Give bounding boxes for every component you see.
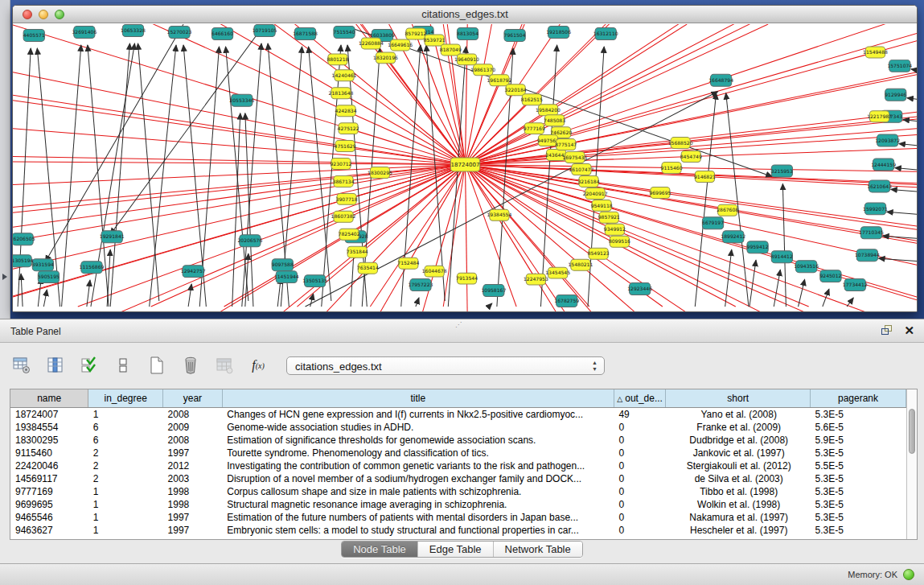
table-row[interactable]: 1938455462009Genome-wide association stu… (10, 421, 906, 434)
column-header-outde[interactable]: △out_de... (614, 389, 666, 407)
table-cell[interactable]: Tibbo et al. (1998) (666, 485, 811, 498)
collapse-arrow-icon[interactable] (2, 274, 7, 280)
table-cell[interactable]: 5.3E-5 (810, 511, 906, 524)
graph-node[interactable]: 13505135 (302, 275, 327, 287)
table-cell[interactable]: Disruption of a novel member of a sodium… (222, 472, 614, 485)
table-row[interactable]: 1456911722003Disruption of a novel membe… (10, 472, 906, 485)
close-panel-icon[interactable]: ✕ (904, 325, 914, 336)
table-cell[interactable]: 1 (88, 498, 163, 511)
table-cell[interactable]: 0 (614, 421, 666, 434)
table-cell[interactable]: 22420046 (10, 459, 88, 472)
graph-node[interactable]: 18320196 (373, 52, 398, 64)
table-cell[interactable]: 5.9E-5 (810, 434, 906, 447)
graph-node[interactable]: 9245012 (819, 270, 841, 282)
table-cell[interactable]: Wolkin et al. (1998) (666, 498, 811, 511)
graph-node[interactable]: 13454545 (545, 267, 570, 278)
graph-node[interactable]: 20553346 (229, 94, 254, 106)
delete-table-icon[interactable] (180, 355, 201, 376)
graph-node[interactable]: 12923446 (627, 283, 652, 295)
graph-node[interactable]: 7825402 (339, 229, 360, 240)
graph-node[interactable]: 3867134 (333, 175, 355, 187)
table-cell[interactable]: Structural magnetic resonance image aver… (222, 498, 614, 511)
graph-node[interactable]: 15270023 (167, 26, 192, 38)
table-cell[interactable]: Nakamura et al. (1997) (666, 511, 811, 524)
graph-node[interactable]: 4242834 (335, 105, 357, 117)
graph-node[interactable]: 12942757 (181, 266, 206, 278)
graph-node[interactable]: 8775147 (555, 139, 577, 150)
graph-node[interactable]: 7152484 (397, 257, 419, 269)
graph-node[interactable]: 17957223 (409, 279, 433, 291)
table-cell[interactable]: Investigating the contribution of common… (222, 459, 614, 472)
column-header-title[interactable]: title (222, 389, 614, 407)
left-collapse-strip[interactable] (0, 0, 10, 319)
table-cell[interactable]: Dudbridge et al. (2008) (666, 434, 811, 447)
table-cell[interactable]: 0 (614, 524, 666, 537)
graph-node[interactable]: 12217987 (867, 111, 892, 122)
graph-node[interactable]: 3907718 (336, 193, 358, 204)
graph-node[interactable]: 3220184 (505, 84, 527, 96)
graph-node[interactable]: 16107477 (569, 164, 594, 175)
table-cell[interactable]: 1997 (163, 447, 223, 459)
table-cell[interactable]: 5.6E-5 (810, 421, 906, 434)
network-graph-svg[interactable]: 4405571326914061065332815270023646616010… (13, 24, 917, 311)
table-cell[interactable]: de Silva et al. (2003) (666, 472, 811, 485)
table-cell[interactable]: Jankovic et al. (1997) (666, 447, 811, 459)
table-vertical-scrollbar[interactable] (906, 389, 917, 539)
graph-node[interactable]: 12444159 (871, 159, 896, 171)
table-cell[interactable]: 5.5E-5 (810, 459, 906, 472)
table-cell[interactable]: 1 (88, 511, 163, 524)
table-settings-icon[interactable] (11, 355, 32, 376)
graph-node[interactable]: 19384554 (487, 209, 512, 220)
graph-node[interactable]: 3216184 (578, 175, 600, 187)
graph-node[interactable]: 8914412 (771, 251, 793, 263)
column-header-short[interactable]: short (666, 389, 811, 407)
graph-node[interactable]: 16871588 (293, 27, 318, 39)
table-cell[interactable]: Tourette syndrome. Phenomenology and cla… (222, 447, 614, 459)
table-cell[interactable]: 5.3E-5 (810, 472, 906, 485)
tab-node-table[interactable]: Node Table (342, 542, 418, 557)
graph-node[interactable]: 8162515 (521, 94, 543, 105)
graph-node[interactable]: 15992071 (863, 203, 888, 215)
graph-node[interactable]: 9857921 (598, 212, 620, 223)
graph-node[interactable]: 19291841 (100, 231, 125, 243)
graph-node[interactable]: 16648794 (708, 74, 733, 86)
table-cell[interactable]: 1 (88, 407, 163, 421)
graph-node[interactable]: 2867608 (717, 204, 738, 216)
graph-node[interactable]: 8549123 (588, 248, 610, 259)
graph-node[interactable]: 9115460 (661, 163, 683, 174)
table-cell[interactable]: 49 (614, 407, 666, 421)
table-cell[interactable]: 2 (88, 459, 163, 472)
table-cell[interactable]: 0 (614, 511, 666, 524)
graph-node[interactable]: 7961504 (504, 29, 526, 41)
graph-node[interactable]: 7913544 (456, 273, 478, 284)
graph-node[interactable]: 7515540 (334, 26, 355, 38)
graph-node[interactable]: 4751629 (335, 141, 356, 152)
graph-node[interactable]: 8813054 (457, 27, 478, 39)
table-cell[interactable]: 2009 (163, 421, 223, 434)
graph-node[interactable]: 11156869 (80, 262, 105, 274)
table-cell[interactable]: 1 (88, 485, 163, 498)
table-cell[interactable]: Franke et al. (2009) (666, 421, 811, 434)
graph-node[interactable]: 4275122 (338, 123, 359, 134)
table-cell[interactable]: Embryonic stem cells: a model to study s… (222, 524, 614, 537)
table-cell[interactable]: 1998 (163, 485, 223, 498)
table-cell[interactable]: 9699695 (10, 498, 88, 511)
splitter-grip[interactable]: ⋰ (455, 321, 462, 328)
graph-node[interactable]: 9146821 (694, 171, 716, 182)
graph-node[interactable]: 16044678 (422, 266, 447, 277)
graph-node[interactable]: 15480211 (568, 259, 593, 270)
float-panel-icon[interactable] (881, 325, 893, 336)
table-cell[interactable]: Corpus callosum shape and size in male p… (222, 485, 614, 498)
graph-node[interactable]: 12093872 (875, 134, 900, 146)
table-cell[interactable]: Yano et al. (2008) (666, 407, 811, 421)
graph-node[interactable]: 6679197 (702, 217, 724, 229)
table-cell[interactable]: 18300295 (10, 434, 88, 447)
graph-node[interactable]: 6466160 (211, 27, 233, 39)
table-row[interactable]: 969969511998Structural magnetic resonanc… (10, 498, 906, 511)
table-cell[interactable]: 1997 (163, 511, 223, 524)
table-cell[interactable]: Genome-wide association studies in ADHD. (222, 421, 614, 434)
graph-node[interactable]: 22040917 (583, 187, 608, 199)
column-visibility-icon[interactable] (45, 355, 66, 376)
graph-node[interactable]: 21813648 (329, 88, 354, 99)
table-cell[interactable]: 2 (88, 472, 163, 485)
